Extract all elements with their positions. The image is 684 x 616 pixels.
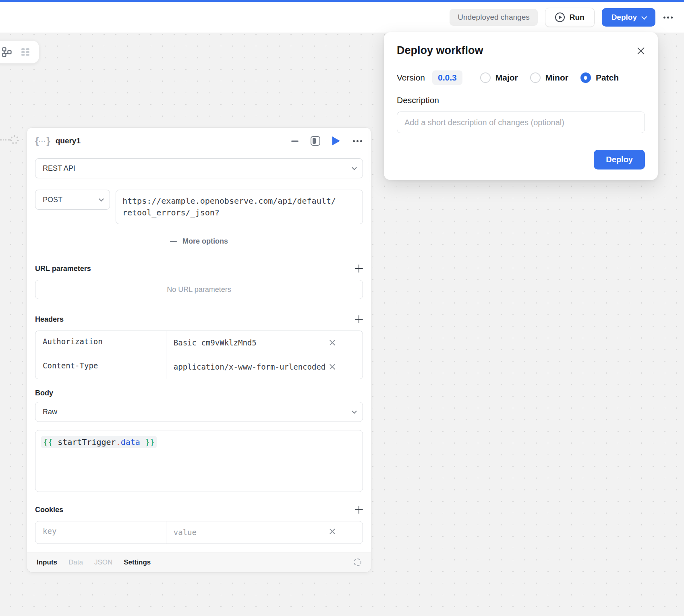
headers-section-header: Headers bbox=[35, 314, 363, 324]
version-radio-group: Major Minor Patch bbox=[480, 72, 619, 83]
query-panel-header: query1 bbox=[35, 134, 363, 148]
add-header-icon[interactable] bbox=[355, 315, 363, 323]
headers-table: Authorization Basic cm9vWklzMnd5 Content… bbox=[35, 331, 363, 379]
http-method-value: POST bbox=[43, 196, 62, 204]
close-icon[interactable] bbox=[637, 47, 645, 55]
code-braces-icon bbox=[35, 135, 50, 147]
add-cookie-icon[interactable] bbox=[355, 506, 363, 514]
run-button-label: Run bbox=[570, 13, 585, 22]
run-button[interactable]: Run bbox=[545, 8, 595, 27]
template-expression: {{ startTrigger.data }} bbox=[41, 436, 157, 448]
side-panel-icon[interactable] bbox=[311, 136, 320, 146]
query-overflow-menu-icon[interactable] bbox=[352, 138, 363, 145]
header-key-cell[interactable]: Authorization bbox=[35, 331, 166, 355]
body-label: Body bbox=[35, 389, 53, 397]
cookies-section-header: Cookies bbox=[35, 505, 363, 515]
header-value-cell[interactable]: application/x-www-form-urlencoded bbox=[166, 355, 363, 379]
add-url-parameter-icon[interactable] bbox=[355, 265, 363, 273]
radio-selected-icon[interactable] bbox=[580, 72, 591, 83]
modal-footer: Deploy bbox=[397, 150, 645, 170]
query-panel-tabbar: Inputs Data JSON Settings bbox=[27, 552, 371, 572]
radio-icon[interactable] bbox=[530, 72, 541, 83]
node-input-port[interactable] bbox=[10, 135, 19, 144]
radio-minor[interactable]: Minor bbox=[530, 72, 568, 83]
version-label: Version bbox=[397, 73, 425, 83]
tab-json: JSON bbox=[94, 558, 112, 566]
remove-header-icon[interactable] bbox=[329, 339, 336, 346]
header-value-cell[interactable]: Basic cm9vWklzMnd5 bbox=[166, 331, 363, 355]
query-title[interactable]: query1 bbox=[56, 136, 286, 145]
minus-icon bbox=[170, 241, 177, 242]
body-mode-value: Raw bbox=[43, 408, 57, 416]
query1-node-panel: query1 REST API POST https://example.ope… bbox=[27, 127, 371, 573]
top-accent-strip bbox=[0, 0, 684, 2]
cookie-key-cell[interactable]: key bbox=[35, 521, 166, 544]
resource-type-value: REST API bbox=[43, 164, 75, 173]
headers-label: Headers bbox=[35, 315, 64, 324]
modal-header: Deploy workflow bbox=[397, 44, 645, 57]
modal-deploy-button[interactable]: Deploy bbox=[594, 150, 645, 170]
resource-type-select[interactable]: REST API bbox=[35, 158, 363, 178]
block-list-icon[interactable] bbox=[21, 47, 30, 57]
loading-spinner-icon bbox=[354, 558, 361, 566]
http-method-select[interactable]: POST bbox=[35, 190, 110, 210]
body-mode-select[interactable]: Raw bbox=[35, 402, 363, 422]
canvas-toolbar bbox=[0, 40, 39, 64]
deploy-workflow-modal: Deploy workflow Version 0.0.3 Major Mino… bbox=[384, 32, 658, 180]
chevron-down-icon bbox=[352, 165, 357, 170]
chevron-down-icon bbox=[641, 14, 647, 20]
request-row: POST https://example.openobserve.com/api… bbox=[35, 190, 363, 224]
node-edge-line bbox=[0, 139, 10, 141]
cookies-label: Cookies bbox=[35, 506, 63, 514]
cookie-value-cell[interactable]: value bbox=[166, 521, 363, 544]
run-query-icon[interactable] bbox=[332, 136, 340, 145]
more-options-toggle[interactable]: More options bbox=[35, 236, 363, 246]
url-parameters-empty-state: No URL parameters bbox=[35, 280, 363, 299]
workflow-tree-icon[interactable] bbox=[2, 47, 12, 57]
description-label: Description bbox=[397, 95, 645, 105]
table-row: Content-Type application/x-www-form-urle… bbox=[35, 355, 363, 379]
remove-cookie-icon[interactable] bbox=[329, 528, 336, 535]
radio-patch[interactable]: Patch bbox=[580, 72, 619, 83]
table-row: Authorization Basic cm9vWklzMnd5 bbox=[35, 331, 363, 355]
body-section-header: Body bbox=[35, 388, 363, 398]
tab-data: Data bbox=[68, 558, 83, 566]
url-parameters-section-header: URL parameters bbox=[35, 264, 363, 273]
deploy-dropdown-button[interactable]: Deploy bbox=[602, 8, 655, 27]
radio-icon[interactable] bbox=[480, 72, 491, 83]
collapse-icon[interactable] bbox=[291, 141, 298, 142]
description-input[interactable] bbox=[397, 112, 645, 133]
version-row: Version 0.0.3 Major Minor Patch bbox=[397, 70, 645, 85]
url-value: https://example.openobserve.com/api/defa… bbox=[122, 195, 338, 219]
modal-title: Deploy workflow bbox=[397, 44, 483, 57]
chevron-down-icon bbox=[352, 409, 357, 414]
table-row: key value bbox=[35, 521, 363, 544]
more-options-label: More options bbox=[182, 237, 228, 246]
run-play-icon bbox=[555, 12, 565, 22]
header-key-cell[interactable]: Content-Type bbox=[35, 355, 166, 379]
body-code-editor[interactable]: {{ startTrigger.data }} bbox=[35, 430, 363, 492]
undeployed-changes-badge: Undeployed changes bbox=[450, 9, 538, 26]
url-parameters-label: URL parameters bbox=[35, 265, 91, 273]
overflow-menu-icon[interactable] bbox=[663, 14, 674, 21]
tab-settings[interactable]: Settings bbox=[124, 558, 151, 566]
url-input[interactable]: https://example.openobserve.com/api/defa… bbox=[116, 190, 363, 224]
tab-inputs[interactable]: Inputs bbox=[37, 558, 57, 566]
cookies-table: key value bbox=[35, 521, 363, 544]
chevron-down-icon bbox=[99, 196, 104, 202]
deploy-button-label: Deploy bbox=[611, 13, 637, 22]
top-header-bar: Undeployed changes Run Deploy bbox=[0, 2, 684, 33]
remove-header-icon[interactable] bbox=[329, 364, 336, 370]
version-badge[interactable]: 0.0.3 bbox=[432, 70, 462, 85]
radio-major[interactable]: Major bbox=[480, 72, 518, 83]
